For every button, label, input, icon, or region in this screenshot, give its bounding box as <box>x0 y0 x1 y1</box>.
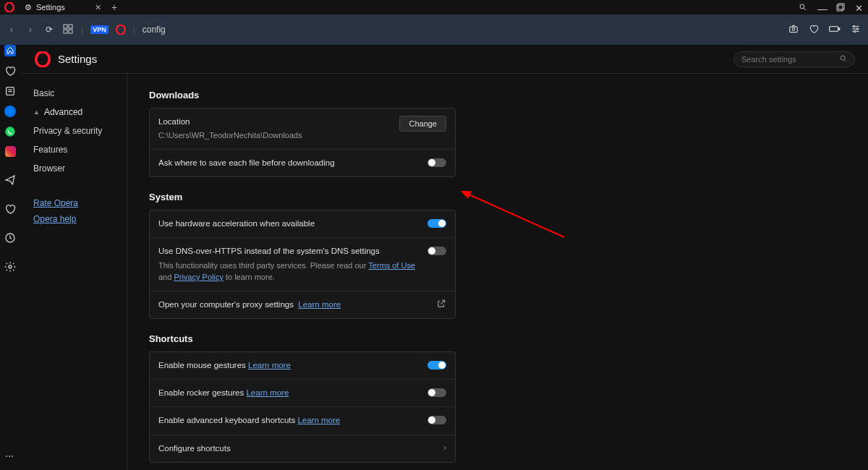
chevron-right-icon: › <box>443 443 446 453</box>
mouse-gestures-toggle[interactable] <box>427 361 446 369</box>
tab-title: Settings <box>36 3 65 12</box>
search-input[interactable] <box>733 51 855 67</box>
sidebar-item-advanced[interactable]: ▲Advanced <box>20 103 127 121</box>
opera-logo-icon <box>35 51 51 67</box>
svg-point-25 <box>9 265 12 268</box>
sidebar-item-browser[interactable]: Browser <box>20 159 127 178</box>
separator: | <box>133 25 135 35</box>
svg-point-23 <box>5 127 14 136</box>
proxy-row[interactable]: Open your computer's proxy settings Lear… <box>150 291 455 318</box>
ask-save-toggle[interactable] <box>427 158 446 167</box>
svg-point-17 <box>854 25 855 27</box>
dns-row[interactable]: Use DNS-over-HTTPS instead of the system… <box>150 238 455 291</box>
svg-point-19 <box>854 30 856 32</box>
dns-toggle[interactable] <box>427 247 446 255</box>
hw-accel-toggle[interactable] <box>427 219 446 228</box>
mouse-learn-more[interactable]: Learn more <box>248 361 291 369</box>
snapshot-icon[interactable] <box>788 24 799 36</box>
back-button[interactable]: ‹ <box>6 25 17 35</box>
more-icon[interactable]: ⋯ <box>5 451 15 461</box>
forward-button[interactable]: › <box>25 25 36 35</box>
close-button[interactable]: ✕ <box>855 3 864 12</box>
sidebar-item-privacy[interactable]: Privacy & security <box>20 121 127 140</box>
easy-setup-icon[interactable] <box>851 24 861 36</box>
separator: | <box>81 25 83 35</box>
svg-rect-8 <box>69 30 72 33</box>
new-tab-button[interactable]: + <box>106 1 123 13</box>
sidebar-item-basic[interactable]: Basic <box>20 84 127 103</box>
svg-line-2 <box>804 9 807 11</box>
section-system-title: System <box>149 192 846 202</box>
kbd-shortcuts-row[interactable]: Enable advanced keyboard shortcuts Learn… <box>150 407 455 435</box>
sidebar-link-help[interactable]: Opera help <box>20 211 127 227</box>
whatsapp-icon[interactable] <box>4 126 16 137</box>
vpn-badge[interactable]: VPN <box>90 25 109 34</box>
change-button[interactable]: Change <box>399 116 446 132</box>
shortcuts-card: Enable mouse gestures Learn more Enable … <box>149 351 456 463</box>
battery-icon[interactable] <box>829 25 841 35</box>
dns-label: Use DNS-over-HTTPS instead of the system… <box>158 245 427 257</box>
svg-point-1 <box>800 4 804 9</box>
page-title: Settings <box>58 53 97 65</box>
chevron-down-icon: ▲ <box>33 108 40 116</box>
settings-page: Settings Basic ▲Advanced Privacy & secur… <box>20 45 868 470</box>
kbd-learn-more[interactable]: Learn more <box>297 416 340 424</box>
svg-rect-3 <box>837 5 843 11</box>
location-path: C:\Users\WR_TeodorNechita\Downloads <box>158 129 399 142</box>
svg-rect-5 <box>64 25 67 28</box>
messenger-icon[interactable] <box>4 106 16 117</box>
external-link-icon <box>436 299 446 311</box>
maximize-button[interactable] <box>836 3 845 12</box>
settings-gear-icon[interactable] <box>4 261 16 273</box>
url-text[interactable]: config <box>142 25 166 35</box>
address-bar: ‹ › ⟳ | VPN | config <box>0 14 868 45</box>
svg-point-18 <box>856 27 858 29</box>
ask-save-row[interactable]: Ask where to save each file before downl… <box>150 150 455 176</box>
titlebar: ⚙ Settings ✕ + — ✕ <box>0 0 868 14</box>
svg-rect-12 <box>830 27 838 32</box>
bookmark-icon[interactable] <box>4 65 16 77</box>
rocker-gestures-toggle[interactable] <box>427 388 446 397</box>
privacy-link[interactable]: Privacy Policy <box>174 273 223 281</box>
personal-news-icon[interactable] <box>4 85 16 97</box>
configure-shortcuts-row[interactable]: Configure shortcuts › <box>150 435 455 462</box>
downloads-card: Location C:\Users\WR_TeodorNechita\Downl… <box>149 108 456 177</box>
site-identity-icon[interactable] <box>116 25 126 35</box>
settings-content[interactable]: Downloads Location C:\Users\WR_TeodorNec… <box>127 74 868 470</box>
home-icon[interactable] <box>4 45 16 56</box>
section-downloads-title: Downloads <box>149 90 846 101</box>
ask-save-label: Ask where to save each file before downl… <box>158 157 427 169</box>
opera-logo-icon <box>4 2 14 12</box>
history-icon[interactable] <box>4 232 16 244</box>
heart-sidebar-icon[interactable] <box>4 203 16 215</box>
reload-button[interactable]: ⟳ <box>43 25 55 35</box>
sidebar-link-rate[interactable]: Rate Opera <box>20 195 127 211</box>
rocker-learn-more[interactable]: Learn more <box>246 388 289 397</box>
search-icon[interactable] <box>799 3 807 12</box>
settings-header: Settings <box>20 45 868 74</box>
svg-rect-10 <box>790 27 798 33</box>
heart-icon[interactable] <box>809 24 819 36</box>
settings-sidebar: Basic ▲Advanced Privacy & security Featu… <box>20 74 127 470</box>
svg-rect-6 <box>69 25 72 28</box>
kbd-shortcuts-toggle[interactable] <box>427 416 446 424</box>
svg-point-9 <box>116 25 125 35</box>
svg-rect-13 <box>838 28 839 30</box>
instagram-icon[interactable] <box>5 146 16 157</box>
proxy-learn-more-link[interactable]: Learn more <box>298 300 341 309</box>
svg-point-11 <box>792 27 795 30</box>
rocker-gestures-row[interactable]: Enable rocker gestures Learn more <box>150 380 455 407</box>
search-wrap <box>733 51 855 67</box>
search-icon <box>839 54 848 65</box>
sidebar-item-features[interactable]: Features <box>20 140 127 159</box>
location-label: Location <box>158 116 399 128</box>
dns-description: This functionality uses third party serv… <box>158 260 427 283</box>
minimize-button[interactable]: — <box>817 3 826 12</box>
mouse-gestures-row[interactable]: Enable mouse gestures Learn more <box>150 352 455 380</box>
terms-link[interactable]: Terms of Use <box>368 261 415 270</box>
tab-settings[interactable]: ⚙ Settings ✕ <box>19 0 106 14</box>
speed-dial-icon[interactable] <box>62 24 74 36</box>
tab-close-icon[interactable]: ✕ <box>95 3 101 12</box>
hw-accel-row[interactable]: Use hardware acceleration when available <box>150 210 455 238</box>
send-icon[interactable] <box>4 174 16 186</box>
